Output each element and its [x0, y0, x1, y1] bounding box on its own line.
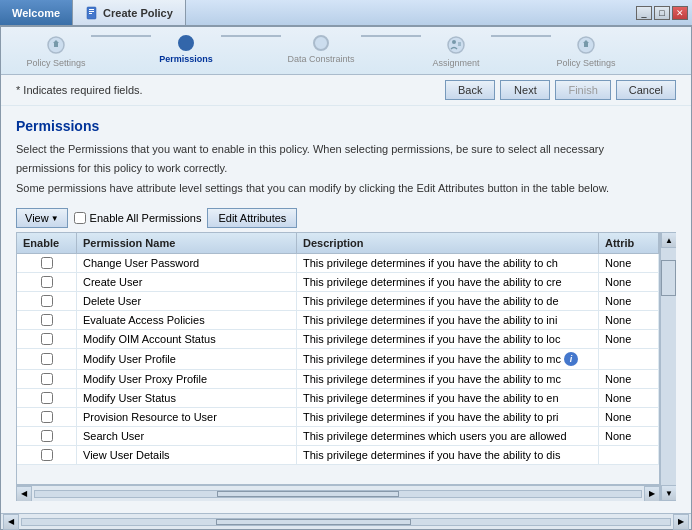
table-wrapper: Enable Permission Name Description Attri…	[16, 232, 676, 501]
enable-all-label[interactable]: Enable All Permissions	[74, 212, 202, 224]
scroll-track-v[interactable]	[661, 248, 676, 485]
close-button[interactable]: ✕	[672, 6, 688, 20]
create-policy-tab-label: Create Policy	[103, 7, 173, 19]
td-name-5: Modify User Profile	[77, 349, 297, 369]
step1-icon	[46, 35, 66, 55]
enable-checkbox-7[interactable]	[41, 392, 53, 404]
td-name-4: Modify OIM Account Status	[77, 330, 297, 348]
td-desc-0: This privilege determines if you have th…	[297, 254, 599, 272]
enable-checkbox-6[interactable]	[41, 373, 53, 385]
td-enable-0	[17, 254, 77, 272]
td-name-1: Create User	[77, 273, 297, 291]
table-row: Modify User ProfileThis privilege determ…	[17, 349, 659, 370]
create-policy-icon	[85, 6, 99, 20]
enable-checkbox-2[interactable]	[41, 295, 53, 307]
back-button[interactable]: Back	[445, 80, 495, 100]
scroll-left-btn[interactable]: ◀	[16, 486, 32, 502]
outer-scroll-track[interactable]	[21, 518, 671, 526]
td-desc-7: This privilege determines if you have th…	[297, 389, 599, 407]
td-desc-9: This privilege determines which users yo…	[297, 427, 599, 445]
svg-rect-1	[89, 9, 94, 10]
scroll-right-btn[interactable]: ▶	[644, 486, 660, 502]
step4-label: Assignment	[432, 58, 479, 68]
maximize-button[interactable]: □	[654, 6, 670, 20]
td-enable-2	[17, 292, 77, 310]
next-button[interactable]: Next	[500, 80, 550, 100]
outer-scroll-left[interactable]: ◀	[3, 514, 19, 530]
table-row: Modify User Proxy ProfileThis privilege …	[17, 370, 659, 389]
enable-checkbox-9[interactable]	[41, 430, 53, 442]
finish-button[interactable]: Finish	[555, 80, 610, 100]
scroll-track-h[interactable]	[34, 490, 642, 498]
horizontal-scrollbar[interactable]: ◀ ▶	[16, 485, 660, 501]
enable-checkbox-0[interactable]	[41, 257, 53, 269]
table-header: Enable Permission Name Description Attri…	[17, 233, 659, 254]
edit-attributes-button[interactable]: Edit Attributes	[207, 208, 297, 228]
scroll-thumb-v	[661, 260, 676, 296]
enable-checkbox-1[interactable]	[41, 276, 53, 288]
table-row: Change User PasswordThis privilege deter…	[17, 254, 659, 273]
step2-circle	[178, 35, 194, 51]
tab-create-policy[interactable]: Create Policy	[73, 0, 186, 25]
td-name-10: View User Details	[77, 446, 297, 464]
connector-1	[91, 35, 151, 37]
td-desc-2: This privilege determines if you have th…	[297, 292, 599, 310]
td-attr-9: None	[599, 427, 659, 445]
enable-checkbox-10[interactable]	[41, 449, 53, 461]
step5-icon	[576, 35, 596, 55]
nav-bar: * Indicates required fields. Back Next F…	[1, 75, 691, 106]
td-name-6: Modify User Proxy Profile	[77, 370, 297, 388]
minimize-button[interactable]: _	[636, 6, 652, 20]
td-desc-6: This privilege determines if you have th…	[297, 370, 599, 388]
cancel-button[interactable]: Cancel	[616, 80, 676, 100]
outer-scroll-right[interactable]: ▶	[673, 514, 689, 530]
td-attr-3: None	[599, 311, 659, 329]
step2-label: Permissions	[159, 54, 213, 64]
scroll-down-btn[interactable]: ▼	[661, 485, 676, 501]
table-body: Change User PasswordThis privilege deter…	[17, 254, 659, 484]
svg-point-5	[448, 37, 464, 53]
step1-label: Policy Settings	[26, 58, 85, 68]
window-controls: _ □ ✕	[636, 0, 692, 25]
vertical-scrollbar[interactable]: ▲ ▼	[660, 232, 676, 501]
enable-checkbox-5[interactable]	[41, 353, 53, 365]
title-bar: Welcome Create Policy _ □ ✕	[0, 0, 692, 26]
step3-label: Data Constraints	[287, 54, 354, 64]
enable-checkbox-8[interactable]	[41, 411, 53, 423]
td-attr-8: None	[599, 408, 659, 426]
step5-label: Policy Settings	[556, 58, 615, 68]
desc3: Some permissions have attribute level se…	[16, 181, 676, 196]
scroll-up-btn[interactable]: ▲	[661, 232, 676, 248]
td-attr-10	[599, 446, 659, 464]
svg-point-6	[452, 40, 456, 44]
td-enable-10	[17, 446, 77, 464]
td-attr-5	[599, 349, 659, 369]
view-button[interactable]: View ▼	[16, 208, 68, 228]
svg-rect-2	[89, 11, 94, 12]
step-policy-settings-1: Policy Settings	[21, 35, 91, 68]
table-row: Delete UserThis privilege determines if …	[17, 292, 659, 311]
td-desc-4: This privilege determines if you have th…	[297, 330, 599, 348]
info-icon-5[interactable]: i	[564, 352, 578, 366]
col-header-desc: Description	[297, 233, 599, 253]
section-title: Permissions	[16, 118, 676, 134]
step-permissions: Permissions	[151, 35, 221, 64]
enable-all-checkbox[interactable]	[74, 212, 86, 224]
tab-welcome[interactable]: Welcome	[0, 0, 73, 25]
table-row: Evaluate Access PoliciesThis privilege d…	[17, 311, 659, 330]
td-enable-5	[17, 349, 77, 369]
td-desc-5: This privilege determines if you have th…	[297, 349, 599, 369]
td-attr-2: None	[599, 292, 659, 310]
table-toolbar: View ▼ Enable All Permissions Edit Attri…	[16, 208, 676, 228]
view-dropdown-arrow: ▼	[51, 214, 59, 223]
td-name-9: Search User	[77, 427, 297, 445]
td-attr-1: None	[599, 273, 659, 291]
enable-checkbox-4[interactable]	[41, 333, 53, 345]
td-enable-4	[17, 330, 77, 348]
step4-icon	[446, 35, 466, 55]
welcome-tab-label: Welcome	[12, 7, 60, 19]
table-row: View User DetailsThis privilege determin…	[17, 446, 659, 465]
outer-scrollbar[interactable]: ◀ ▶	[1, 513, 691, 529]
enable-checkbox-3[interactable]	[41, 314, 53, 326]
td-attr-7: None	[599, 389, 659, 407]
